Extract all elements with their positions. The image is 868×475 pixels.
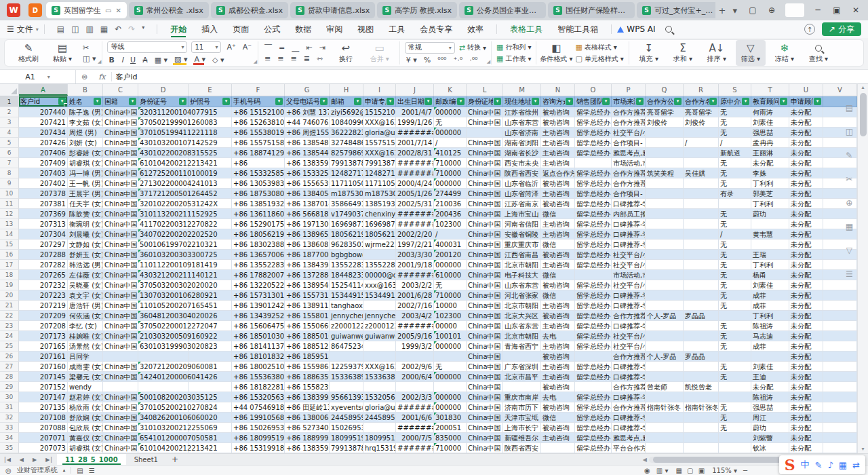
sort-button[interactable]: A↓ 排序 ▾ <box>702 40 732 66</box>
docer-icon[interactable]: D <box>28 3 42 17</box>
cell[interactable] <box>684 301 719 311</box>
cell[interactable]: 210036 <box>434 199 467 209</box>
side-tool-cut-icon[interactable]: ✂ <box>846 174 853 184</box>
cell[interactable] <box>823 290 857 301</box>
cell[interactable]: 2000/7/5 <box>396 433 434 443</box>
cell[interactable]: 江西省南昌 <box>503 250 541 260</box>
cell[interactable]: 117110505 <box>330 178 363 189</box>
cell[interactable] <box>684 148 719 158</box>
cell[interactable]: +86 18753080 <box>232 189 285 199</box>
cell[interactable] <box>646 250 684 260</box>
cell[interactable]: 未分配 <box>789 260 823 270</box>
cell[interactable]: 无 <box>719 260 751 270</box>
cell[interactable]: 留学总经办 <box>575 138 612 148</box>
cell[interactable]: 370502200012272047 <box>138 321 189 331</box>
cell[interactable]: 无 <box>719 128 751 138</box>
cell[interactable]: 留学总经办 <box>575 128 612 138</box>
cell[interactable]: 2005/1/26 <box>396 189 434 199</box>
cell[interactable]: +86 13220522 <box>232 280 285 290</box>
cell[interactable] <box>541 443 575 453</box>
cell[interactable]: China中国 <box>467 280 503 290</box>
cell[interactable]: 主动咨询 <box>541 229 575 240</box>
cell[interactable]: 凯悦曾老 <box>684 382 719 392</box>
cell[interactable]: 207161 <box>19 352 68 362</box>
cell[interactable]: China中国 <box>103 199 138 209</box>
eye-protect-icon[interactable]: ◉ <box>644 467 650 474</box>
fill-color-icon[interactable]: ▨ ▾ <box>173 55 189 65</box>
strikethrough-icon[interactable]: A <box>141 56 149 64</box>
cell[interactable] <box>138 382 189 392</box>
file-tab[interactable]: S高学历 教授.xlsx <box>377 2 457 18</box>
cell[interactable]: +86 1889993716 <box>285 433 330 443</box>
cell[interactable]: 陕西省西安 <box>503 443 541 453</box>
cell[interactable]: 天津市宝坻 <box>503 413 541 423</box>
cell[interactable]: 留学总经办 <box>575 168 612 178</box>
cell[interactable]: 成菲 <box>751 341 789 352</box>
outline-icon[interactable]: ☰ <box>89 467 95 474</box>
cell[interactable]: 135522836 <box>330 260 363 270</box>
cell[interactable]: 蔚玏 <box>751 209 789 219</box>
cell[interactable]: 指南针张冬 <box>646 402 684 413</box>
cell[interactable]: 王迪 <box>751 372 789 382</box>
cell[interactable]: 合作方推荐 <box>612 117 646 128</box>
menu-tab-公式[interactable]: 公式 <box>256 20 288 38</box>
cell[interactable]: 207369 <box>19 209 68 219</box>
cell[interactable]: 被动咨询 <box>541 250 575 260</box>
grid-body[interactable]: 1客户id▾姓名▾国籍▾身份证号▾护照号▾手机号码▾父母电话号码▾邮箱▾申请专用… <box>0 96 868 453</box>
cell[interactable]: 返点合作方 <box>541 168 575 178</box>
cell[interactable]: +86 1384054098 <box>285 189 330 199</box>
cell[interactable] <box>646 321 684 331</box>
cell[interactable] <box>684 240 719 250</box>
cell[interactable]: 口碑推荐-学 <box>612 199 646 209</box>
cell[interactable]: 吴佳娸 <box>684 168 719 178</box>
cell[interactable]: 200436 <box>434 209 467 219</box>
cell[interactable]: 153205639 <box>363 392 396 402</box>
globe-icon[interactable]: ⊕ <box>762 5 781 15</box>
cell[interactable]: 00000@qq <box>363 270 396 280</box>
cell[interactable]: 留学总经办 <box>575 413 612 423</box>
redo-icon[interactable]: ↷ <box>128 24 135 34</box>
cell[interactable]: 被动咨询 <box>541 311 575 321</box>
cell[interactable]: China中国 <box>103 301 138 311</box>
cell[interactable]: 个人-罗晶 <box>646 352 684 362</box>
cell[interactable]: 207088 <box>19 423 68 433</box>
cell[interactable]: 微信 <box>541 413 575 423</box>
decrease-indent-icon[interactable]: ⇤ <box>304 43 313 52</box>
cell[interactable]: China中国 <box>103 392 138 402</box>
cell[interactable]: 2000/6/4 <box>396 372 434 382</box>
cell[interactable]: +86 15536380 <box>232 372 285 382</box>
cell[interactable]: 320311200104077915 <box>138 107 189 117</box>
cell[interactable]: +86 1550660738 <box>285 321 330 331</box>
page-layout-icon[interactable]: ▢ <box>687 467 693 474</box>
cell[interactable]: 市场活动,市 <box>612 158 646 168</box>
cell[interactable]: 000000 <box>434 341 467 352</box>
file-menu[interactable]: ☰ 文件 ▾ <box>7 24 39 35</box>
column-header-H[interactable]: H <box>330 84 363 96</box>
cell[interactable]: China中国 <box>103 128 138 138</box>
cell[interactable]: 彭睿婧 (女) <box>68 148 103 158</box>
cell[interactable]: 陈子逸 (男) <box>68 107 103 117</box>
font-expand-icon[interactable]: ◢ <box>254 59 257 64</box>
cell[interactable]: +86 1383592570 <box>285 443 330 453</box>
column-headers[interactable]: ABCDEFGHIJKLMNOPQRSTUV <box>0 84 868 96</box>
cell[interactable]: China中国 <box>467 250 503 260</box>
hscroll-left-icon[interactable]: ◀ <box>643 457 647 463</box>
cell[interactable] <box>823 372 857 382</box>
cell[interactable]: 安徽省铜陵 <box>503 229 541 240</box>
cell[interactable]: / <box>684 138 719 148</box>
fill-button[interactable]: ↧ 填充 ▾ <box>634 40 664 66</box>
cell[interactable]: 1997/2/21 <box>396 240 434 250</box>
cell[interactable]: 社交平台/小 <box>612 280 646 290</box>
cell[interactable]: 北京市朝阳 <box>503 260 541 270</box>
cell[interactable]: China中国 <box>103 138 138 148</box>
cell[interactable]: 雅思考点,雅 <box>612 148 646 158</box>
reading-mode-icon[interactable]: ▥ ▾ <box>656 467 669 474</box>
column-header-M[interactable]: M <box>503 84 541 96</box>
cell[interactable] <box>684 158 719 168</box>
cell[interactable]: 留学总经办 <box>575 280 612 290</box>
ime-toolbox-icon[interactable]: ⇄ <box>852 460 860 470</box>
cell[interactable]: 主动咨询 <box>541 260 575 270</box>
cell[interactable]: 799138782 <box>330 443 363 453</box>
cell[interactable] <box>646 331 684 341</box>
cell[interactable]: 丁利利 <box>751 199 789 209</box>
